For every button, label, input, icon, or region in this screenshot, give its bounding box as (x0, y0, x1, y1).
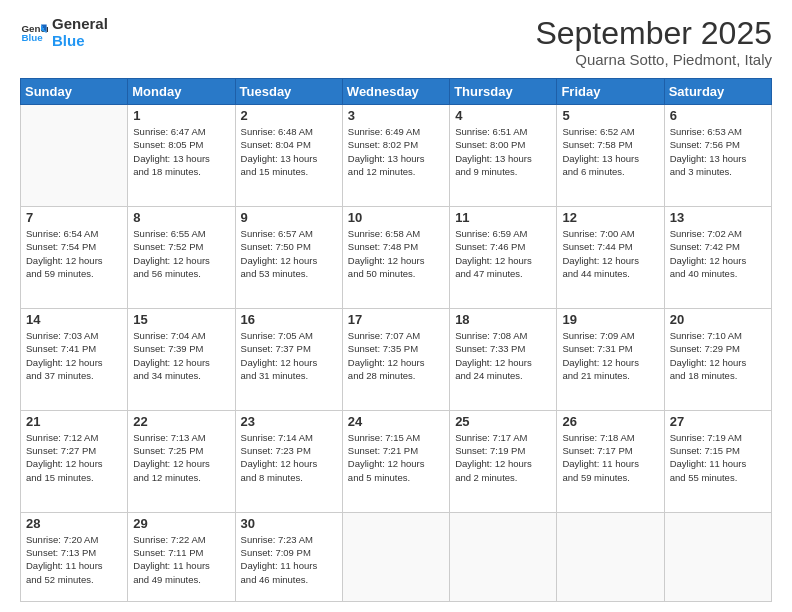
calendar-cell: 7Sunrise: 6:54 AM Sunset: 7:54 PM Daylig… (21, 207, 128, 309)
day-info: Sunrise: 7:05 AM Sunset: 7:37 PM Dayligh… (241, 329, 337, 382)
day-number: 18 (455, 312, 551, 327)
logo-line2: Blue (52, 33, 108, 50)
day-number: 28 (26, 516, 122, 531)
day-number: 16 (241, 312, 337, 327)
day-number: 23 (241, 414, 337, 429)
header: General Blue General Blue September 2025… (20, 16, 772, 68)
day-number: 1 (133, 108, 229, 123)
day-number: 11 (455, 210, 551, 225)
day-number: 22 (133, 414, 229, 429)
day-number: 21 (26, 414, 122, 429)
day-info: Sunrise: 7:13 AM Sunset: 7:25 PM Dayligh… (133, 431, 229, 484)
day-number: 24 (348, 414, 444, 429)
day-number: 2 (241, 108, 337, 123)
day-number: 6 (670, 108, 766, 123)
day-info: Sunrise: 7:12 AM Sunset: 7:27 PM Dayligh… (26, 431, 122, 484)
calendar-cell: 26Sunrise: 7:18 AM Sunset: 7:17 PM Dayli… (557, 410, 664, 512)
day-info: Sunrise: 7:19 AM Sunset: 7:15 PM Dayligh… (670, 431, 766, 484)
calendar-cell (21, 105, 128, 207)
day-number: 19 (562, 312, 658, 327)
day-info: Sunrise: 7:22 AM Sunset: 7:11 PM Dayligh… (133, 533, 229, 586)
calendar-cell: 11Sunrise: 6:59 AM Sunset: 7:46 PM Dayli… (450, 207, 557, 309)
calendar-cell: 21Sunrise: 7:12 AM Sunset: 7:27 PM Dayli… (21, 410, 128, 512)
day-header-monday: Monday (128, 79, 235, 105)
title-block: September 2025 Quarna Sotto, Piedmont, I… (535, 16, 772, 68)
day-number: 15 (133, 312, 229, 327)
calendar-cell: 5Sunrise: 6:52 AM Sunset: 7:58 PM Daylig… (557, 105, 664, 207)
day-header-wednesday: Wednesday (342, 79, 449, 105)
day-info: Sunrise: 7:03 AM Sunset: 7:41 PM Dayligh… (26, 329, 122, 382)
day-number: 10 (348, 210, 444, 225)
day-number: 3 (348, 108, 444, 123)
calendar-cell: 13Sunrise: 7:02 AM Sunset: 7:42 PM Dayli… (664, 207, 771, 309)
logo-line1: General (52, 16, 108, 33)
calendar-cell: 28Sunrise: 7:20 AM Sunset: 7:13 PM Dayli… (21, 512, 128, 601)
day-header-friday: Friday (557, 79, 664, 105)
day-info: Sunrise: 7:20 AM Sunset: 7:13 PM Dayligh… (26, 533, 122, 586)
day-info: Sunrise: 6:52 AM Sunset: 7:58 PM Dayligh… (562, 125, 658, 178)
calendar-cell: 14Sunrise: 7:03 AM Sunset: 7:41 PM Dayli… (21, 308, 128, 410)
day-info: Sunrise: 7:23 AM Sunset: 7:09 PM Dayligh… (241, 533, 337, 586)
calendar-cell: 20Sunrise: 7:10 AM Sunset: 7:29 PM Dayli… (664, 308, 771, 410)
day-info: Sunrise: 6:47 AM Sunset: 8:05 PM Dayligh… (133, 125, 229, 178)
calendar-cell: 19Sunrise: 7:09 AM Sunset: 7:31 PM Dayli… (557, 308, 664, 410)
calendar-cell: 9Sunrise: 6:57 AM Sunset: 7:50 PM Daylig… (235, 207, 342, 309)
day-info: Sunrise: 6:55 AM Sunset: 7:52 PM Dayligh… (133, 227, 229, 280)
calendar-cell: 23Sunrise: 7:14 AM Sunset: 7:23 PM Dayli… (235, 410, 342, 512)
svg-text:Blue: Blue (21, 32, 43, 43)
day-info: Sunrise: 6:53 AM Sunset: 7:56 PM Dayligh… (670, 125, 766, 178)
day-info: Sunrise: 6:48 AM Sunset: 8:04 PM Dayligh… (241, 125, 337, 178)
calendar-cell (450, 512, 557, 601)
day-info: Sunrise: 7:10 AM Sunset: 7:29 PM Dayligh… (670, 329, 766, 382)
day-number: 7 (26, 210, 122, 225)
calendar-cell: 17Sunrise: 7:07 AM Sunset: 7:35 PM Dayli… (342, 308, 449, 410)
calendar: SundayMondayTuesdayWednesdayThursdayFrid… (20, 78, 772, 602)
calendar-week-5: 28Sunrise: 7:20 AM Sunset: 7:13 PM Dayli… (21, 512, 772, 601)
day-info: Sunrise: 7:09 AM Sunset: 7:31 PM Dayligh… (562, 329, 658, 382)
day-info: Sunrise: 7:04 AM Sunset: 7:39 PM Dayligh… (133, 329, 229, 382)
calendar-header-row: SundayMondayTuesdayWednesdayThursdayFrid… (21, 79, 772, 105)
calendar-cell: 29Sunrise: 7:22 AM Sunset: 7:11 PM Dayli… (128, 512, 235, 601)
calendar-cell: 18Sunrise: 7:08 AM Sunset: 7:33 PM Dayli… (450, 308, 557, 410)
day-number: 9 (241, 210, 337, 225)
calendar-week-4: 21Sunrise: 7:12 AM Sunset: 7:27 PM Dayli… (21, 410, 772, 512)
day-number: 20 (670, 312, 766, 327)
day-info: Sunrise: 7:02 AM Sunset: 7:42 PM Dayligh… (670, 227, 766, 280)
day-number: 4 (455, 108, 551, 123)
day-number: 25 (455, 414, 551, 429)
calendar-cell: 4Sunrise: 6:51 AM Sunset: 8:00 PM Daylig… (450, 105, 557, 207)
day-info: Sunrise: 6:49 AM Sunset: 8:02 PM Dayligh… (348, 125, 444, 178)
calendar-cell: 15Sunrise: 7:04 AM Sunset: 7:39 PM Dayli… (128, 308, 235, 410)
day-header-thursday: Thursday (450, 79, 557, 105)
day-header-sunday: Sunday (21, 79, 128, 105)
day-info: Sunrise: 7:17 AM Sunset: 7:19 PM Dayligh… (455, 431, 551, 484)
calendar-week-1: 1Sunrise: 6:47 AM Sunset: 8:05 PM Daylig… (21, 105, 772, 207)
calendar-cell: 16Sunrise: 7:05 AM Sunset: 7:37 PM Dayli… (235, 308, 342, 410)
calendar-cell: 8Sunrise: 6:55 AM Sunset: 7:52 PM Daylig… (128, 207, 235, 309)
calendar-week-2: 7Sunrise: 6:54 AM Sunset: 7:54 PM Daylig… (21, 207, 772, 309)
calendar-cell: 2Sunrise: 6:48 AM Sunset: 8:04 PM Daylig… (235, 105, 342, 207)
subtitle: Quarna Sotto, Piedmont, Italy (535, 51, 772, 68)
day-number: 17 (348, 312, 444, 327)
day-info: Sunrise: 6:57 AM Sunset: 7:50 PM Dayligh… (241, 227, 337, 280)
day-header-tuesday: Tuesday (235, 79, 342, 105)
calendar-cell: 30Sunrise: 7:23 AM Sunset: 7:09 PM Dayli… (235, 512, 342, 601)
day-info: Sunrise: 6:51 AM Sunset: 8:00 PM Dayligh… (455, 125, 551, 178)
calendar-cell: 25Sunrise: 7:17 AM Sunset: 7:19 PM Dayli… (450, 410, 557, 512)
calendar-cell: 22Sunrise: 7:13 AM Sunset: 7:25 PM Dayli… (128, 410, 235, 512)
calendar-cell: 1Sunrise: 6:47 AM Sunset: 8:05 PM Daylig… (128, 105, 235, 207)
day-info: Sunrise: 6:54 AM Sunset: 7:54 PM Dayligh… (26, 227, 122, 280)
day-number: 5 (562, 108, 658, 123)
day-info: Sunrise: 7:14 AM Sunset: 7:23 PM Dayligh… (241, 431, 337, 484)
calendar-week-3: 14Sunrise: 7:03 AM Sunset: 7:41 PM Dayli… (21, 308, 772, 410)
day-number: 8 (133, 210, 229, 225)
main-title: September 2025 (535, 16, 772, 51)
calendar-cell (664, 512, 771, 601)
day-number: 29 (133, 516, 229, 531)
calendar-cell: 12Sunrise: 7:00 AM Sunset: 7:44 PM Dayli… (557, 207, 664, 309)
day-info: Sunrise: 6:58 AM Sunset: 7:48 PM Dayligh… (348, 227, 444, 280)
day-number: 12 (562, 210, 658, 225)
calendar-cell: 3Sunrise: 6:49 AM Sunset: 8:02 PM Daylig… (342, 105, 449, 207)
day-info: Sunrise: 7:00 AM Sunset: 7:44 PM Dayligh… (562, 227, 658, 280)
day-info: Sunrise: 7:15 AM Sunset: 7:21 PM Dayligh… (348, 431, 444, 484)
